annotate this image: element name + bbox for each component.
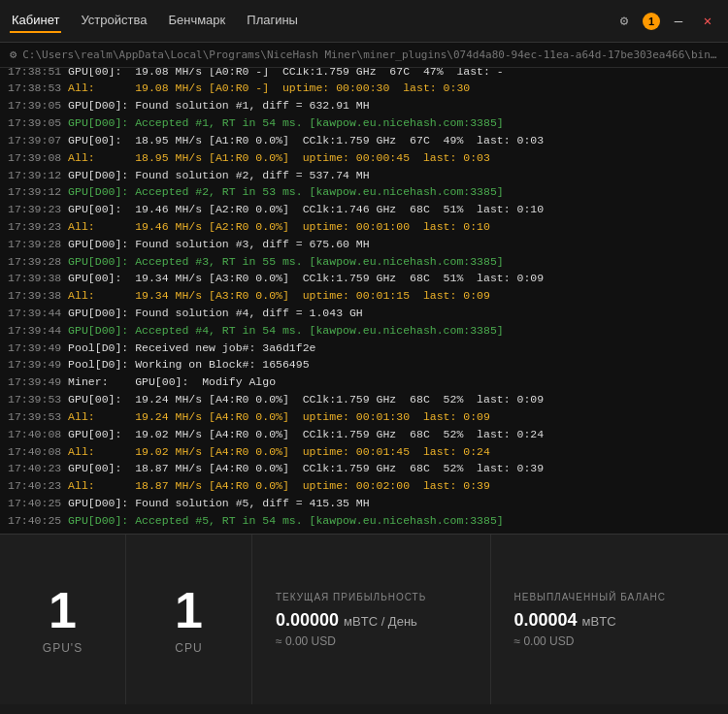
unpaid-unit: мBTC [582,614,616,629]
gpu-stat-block: 1 GPU'S [0,535,126,704]
tab-plugins[interactable]: Плагины [245,9,300,33]
log-line: 17:38:51 GPU[00]: 19.08 MH/s [A0:R0 -] C… [8,68,720,80]
profit-info: ТЕКУЩАЯ ПРИБЫЛЬНОСТЬ 0.00000 мBTC / День… [252,535,728,704]
log-line: 17:40:25 GPU[D00]: Accepted #5, RT in 54… [8,512,720,530]
gpu-count: 1 [49,585,77,635]
log-line: 17:39:12 GPU[D00]: Accepted #2, RT in 53… [8,183,720,201]
log-line: 17:39:07 GPU[00]: 18.95 MH/s [A1:R0 0.0%… [8,132,720,149]
log-line: 17:39:44 GPU[D00]: Found solution #4, di… [8,305,720,322]
cpu-stat-block: 1 CPU [126,535,252,704]
log-line: 17:39:49 Pool[D0]: Working on Block#: 16… [8,356,720,373]
nav-tabs: Кабинет Устройства Бенчмарк Плагины [10,9,613,33]
titlebar: Кабинет Устройства Бенчмарк Плагины ⚙ 1 … [0,0,728,43]
log-line: 17:39:38 GPU[00]: 19.34 MH/s [A3:R0 0.0%… [8,270,720,287]
cpu-count: 1 [175,585,203,635]
cpu-label: CPU [175,641,202,655]
current-profit-value: 0.00000 мBTC / День [276,610,467,631]
notification-badge[interactable]: 1 [643,13,660,30]
log-line: 17:39:05 GPU[D00]: Found solution #1, di… [8,97,720,114]
titlebar-actions: ⚙ 1 — ✕ [613,11,718,32]
log-line: 17:39:28 GPU[D00]: Accepted #3, RT in 55… [8,253,720,271]
current-profit-title: ТЕКУЩАЯ ПРИБЫЛЬНОСТЬ [276,592,467,602]
unpaid-balance-block: НЕВЫПЛАЧЕННЫЙ БАЛАНС 0.00004 мBTC ≈ 0.00… [491,535,729,704]
current-profit-usd: ≈ 0.00 USD [276,634,467,648]
unpaid-value: 0.00004 мBTC [514,610,706,631]
log-line: 17:39:49 Miner: GPU[00]: Modify Algo [8,373,720,391]
log-area[interactable]: 17:38:43 Miner: GPU[00]: Available memor… [0,68,728,534]
gear-icon[interactable]: ⚙ [613,11,635,32]
log-line: 17:39:53 All: 19.24 MH/s [A4:R0 0.0%] up… [8,408,720,426]
log-line: 17:40:23 All: 18.87 MH/s [A4:R0 0.0%] up… [8,477,720,495]
log-line: 17:39:12 GPU[D00]: Found solution #2, di… [8,167,720,184]
unpaid-usd: ≈ 0.00 USD [514,634,706,648]
tab-devices[interactable]: Устройства [79,9,149,33]
log-line: 17:39:28 GPU[D00]: Found solution #3, di… [8,236,720,253]
log-line: 17:39:23 GPU[00]: 19.46 MH/s [A2:R0 0.0%… [8,201,720,218]
settings-icon: ⚙ [10,48,17,62]
log-line: 17:39:44 GPU[D00]: Accepted #4, RT in 54… [8,322,720,340]
log-line: 17:38:53 All: 19.08 MH/s [A0:R0 -] uptim… [8,80,720,97]
log-line: 17:39:08 All: 18.95 MH/s [A1:R0 0.0%] up… [8,149,720,167]
stats-bar: 1 GPU'S 1 CPU ТЕКУЩАЯ ПРИБЫЛЬНОСТЬ 0.000… [0,534,728,704]
unpaid-title: НЕВЫПЛАЧЕННЫЙ БАЛАНС [514,592,706,602]
current-profit-block: ТЕКУЩАЯ ПРИБЫЛЬНОСТЬ 0.00000 мBTC / День… [252,535,491,704]
pathbar: ⚙ C:\Users\realm\AppData\Local\Programs\… [0,43,728,68]
log-line: 17:39:38 All: 19.34 MH/s [A3:R0 0.0%] up… [8,287,720,305]
log-line: 17:39:53 GPU[00]: 19.24 MH/s [A4:R0 0.0%… [8,391,720,408]
miner-path: C:\Users\realm\AppData\Local\Programs\Ni… [22,49,718,61]
log-line: 17:40:08 All: 19.02 MH/s [A4:R0 0.0%] up… [8,443,720,461]
minimize-button[interactable]: — [668,11,689,32]
log-line: 17:39:23 All: 19.46 MH/s [A2:R0 0.0%] up… [8,218,720,236]
log-line: 17:39:49 Pool[D0]: Received new job#: 3a… [8,340,720,357]
log-line: 17:40:23 GPU[00]: 18.87 MH/s [A4:R0 0.0%… [8,460,720,477]
log-line: 17:40:25 GPU[D00]: Found solution #5, di… [8,495,720,512]
tab-benchmark[interactable]: Бенчмарк [166,9,227,33]
current-profit-unit: мBTC / День [344,614,417,629]
close-button[interactable]: ✕ [697,11,718,32]
tab-cabinet[interactable]: Кабинет [10,9,61,33]
log-line: 17:39:05 GPU[D00]: Accepted #1, RT in 54… [8,114,720,132]
gpu-label: GPU'S [43,641,83,655]
log-line: 17:40:08 GPU[00]: 19.02 MH/s [A4:R0 0.0%… [8,426,720,443]
